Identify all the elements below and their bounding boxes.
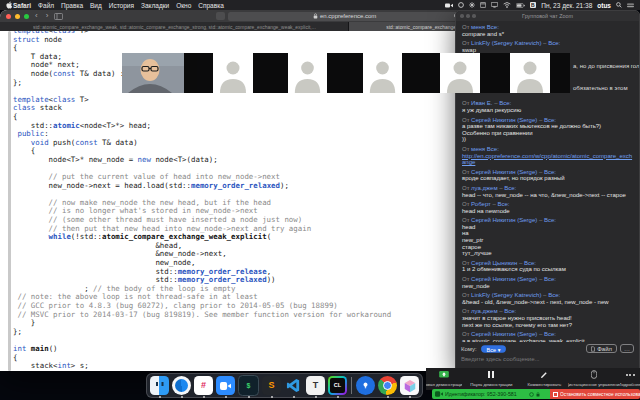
address-bar[interactable]: en.cppreference.com xyxy=(228,12,462,21)
toolbar-pause-button[interactable]: Пауза демонстрации xyxy=(462,370,520,390)
menu-status-area: В Пн, 23 дек. 21:38 otus xyxy=(445,2,634,9)
close-window-button[interactable] xyxy=(6,14,11,19)
chat-message-text: значит в старое нужно присвоить head! xyxy=(462,315,633,322)
chat-message-header: От луа.джем – Все: xyxy=(462,185,633,192)
code-line xyxy=(13,336,391,345)
menu-item-5[interactable]: Закладки xyxy=(141,2,169,9)
record-icon xyxy=(529,392,534,397)
chat-message-link[interactable]: http://en.cppreference.com/w/cpp/atomic/… xyxy=(462,153,633,166)
toolbar-label: Дистанционное управление xyxy=(568,383,620,387)
chat-message-header: От Сергей Никитин (Serge) – Все: xyxy=(462,117,633,124)
dock-zoom-icon[interactable] xyxy=(216,376,235,395)
dock-textmate-icon[interactable]: T xyxy=(306,376,325,395)
zoom-window-button[interactable] xyxy=(24,14,29,19)
wifi-icon[interactable] xyxy=(503,2,511,8)
attach-file-button[interactable]: Файл xyxy=(586,344,617,353)
dock-chrome-icon[interactable] xyxy=(378,376,397,395)
dock-sublime-icon[interactable]: S xyxy=(262,376,281,395)
chat-titlebar[interactable]: Групповой чат Zoom xyxy=(456,11,639,21)
stop-icon xyxy=(553,392,558,397)
chat-message: От луа.джем – Все:head -- что, new_node … xyxy=(462,185,633,198)
menu-item-3[interactable]: Вид xyxy=(90,2,102,9)
dock-clion-icon[interactable]: CL xyxy=(328,376,347,395)
menu-items: SafariФайлПравкаВидИсторияЗакладкиОкноСп… xyxy=(13,2,224,9)
toolbar-share-button[interactable]: Новая демонстрация xyxy=(426,370,462,390)
status-window-icon[interactable] xyxy=(480,2,486,8)
chat-message-text: head на newnode xyxy=(462,208,633,215)
privacy-report-button[interactable] xyxy=(216,12,225,20)
menu-item-1[interactable]: Файл xyxy=(38,2,54,9)
chat-message-input[interactable]: Введите здесь сообщение... xyxy=(461,356,634,365)
menu-item-7[interactable]: Справка xyxy=(198,2,224,9)
apple-menu-icon[interactable] xyxy=(6,1,13,10)
menu-item-app[interactable]: Safari xyxy=(13,2,31,9)
chat-message-header: От Сергей Никитин (Serge) – Все: xyxy=(462,331,633,338)
chat-message-header: От LinkFly (Sergey Katrevich) – Все: xyxy=(462,40,633,47)
dock-cube-icon[interactable] xyxy=(400,376,419,395)
minimize-window-button[interactable] xyxy=(15,14,20,19)
chat-message: От луа.джем – Все:значит в старое нужно … xyxy=(462,308,633,328)
dock-safari-icon[interactable] xyxy=(172,376,191,395)
stop-share-button[interactable]: Остановить совместное использование xyxy=(550,389,640,399)
dock-tips-icon[interactable] xyxy=(356,376,375,395)
status-flower-icon[interactable] xyxy=(469,2,475,8)
chat-message-header: От Роберт – Все: xyxy=(462,201,633,208)
control-center-icon[interactable] xyxy=(627,3,634,8)
chat-message-fragment: обязательно в этом xyxy=(573,85,628,92)
status-disc-icon[interactable] xyxy=(458,2,464,8)
code-line: void push(const T& data) xyxy=(13,139,391,148)
safari-tab[interactable]: std::atomic_compare_exchange_weak, std::… xyxy=(0,22,349,31)
display-icon[interactable] xyxy=(491,2,498,8)
code-line: { xyxy=(13,44,391,53)
menu-item-2[interactable]: Правка xyxy=(61,2,83,9)
chat-message-text: 1 и 2 обмениваются суда по ссылкам xyxy=(462,266,633,273)
toolbar-more-button[interactable]: Подробнее xyxy=(620,370,640,390)
url-text: en.cppreference.com xyxy=(320,13,376,19)
chat-more-button[interactable]: … xyxy=(620,344,634,353)
dock-vscode-icon[interactable] xyxy=(284,376,303,395)
chat-footer: Кому: Все ▾ Файл … Введите здесь сообщен… xyxy=(456,342,639,368)
chat-message: От LinkFly (Sergey Katrevich) – Все:&hea… xyxy=(462,292,633,305)
chat-message: От Сергей Цыникин – Все:1 и 2 обменивают… xyxy=(462,260,633,273)
video-camera-icon[interactable] xyxy=(445,3,453,8)
dock-iterm-icon[interactable]: $ xyxy=(238,375,259,396)
menu-app-badge[interactable]: otus xyxy=(597,2,611,9)
dock-finder-icon[interactable] xyxy=(150,376,169,395)
menu-item-4[interactable]: История xyxy=(109,2,134,9)
chat-message-text: head -- что, new_node -- на что, &new_no… xyxy=(462,192,633,199)
lock-icon xyxy=(536,392,540,397)
chat-message-header: От меня Все: xyxy=(462,146,633,153)
chat-message-text: вроде совпадает, но порядок разный xyxy=(462,175,633,182)
battery-icon[interactable] xyxy=(516,3,525,8)
toolbar-annotate-button[interactable]: Комментировать xyxy=(520,370,568,390)
toolbar-remote-button[interactable]: Дистанционное управление xyxy=(568,370,620,390)
forward-button[interactable]: › xyxy=(44,12,51,20)
code-line: std::atomic<node<T>*> head; xyxy=(13,122,391,131)
menu-clock[interactable]: Пн, 23 дек. 21:38 xyxy=(541,2,592,9)
participant-avatar-tile xyxy=(510,53,550,93)
more-icon xyxy=(626,370,635,379)
dock-slack-icon[interactable]: # xyxy=(194,376,213,395)
chat-message: От Сергей Никитин (Serge) – Все:вроде со… xyxy=(462,169,633,182)
menu-item-6[interactable]: Окно xyxy=(176,2,191,9)
desktop: { "menubar": { "items": ["Safari","Файл"… xyxy=(0,0,640,400)
page-scrollbar[interactable] xyxy=(8,31,11,371)
webcam-video-tile xyxy=(122,53,197,93)
chat-message-header: От Сергей Никитин (Serge) – Все: xyxy=(462,169,633,176)
code-line: }; xyxy=(13,328,391,337)
pause-icon xyxy=(488,370,493,379)
spotlight-search-icon[interactable] xyxy=(616,2,622,8)
participant-avatar-tile xyxy=(288,53,327,93)
chat-close-button[interactable] xyxy=(460,14,464,18)
code-line: stack<int> s; xyxy=(13,362,391,371)
chat-message-text: new_node xyxy=(462,283,633,290)
input-language-icon[interactable]: В xyxy=(530,2,537,8)
participant-camera-off-tile xyxy=(402,53,440,93)
back-button[interactable]: ‹ xyxy=(33,12,40,20)
participant-camera-off-tile xyxy=(550,53,570,93)
code-line: // MSVC prior to 2014-03-17 (bug 819819)… xyxy=(13,311,391,320)
recipient-dropdown[interactable]: Все ▾ xyxy=(481,345,506,352)
sidebar-toggle-icon[interactable] xyxy=(54,13,63,20)
chat-message-text: старое xyxy=(462,244,633,251)
chat-message-text: compare and s* xyxy=(462,31,633,38)
